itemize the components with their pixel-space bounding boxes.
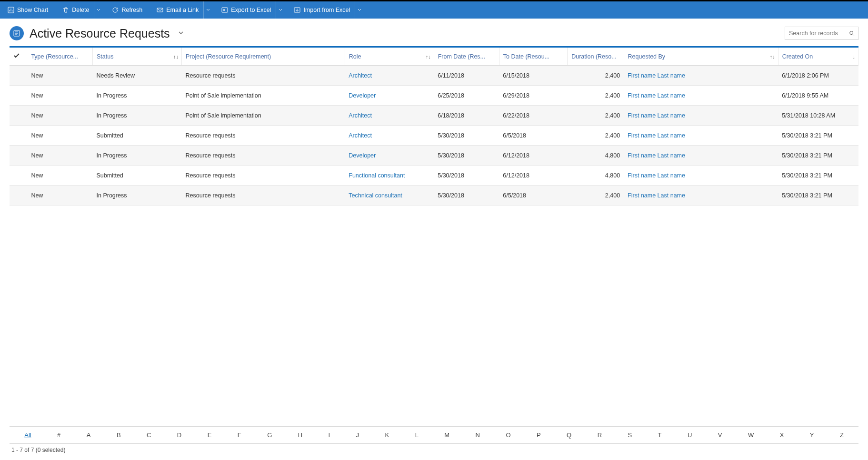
alpha-filter-c[interactable]: C xyxy=(134,431,164,439)
requested-by-link[interactable]: First name Last name xyxy=(628,172,685,179)
table-row[interactable]: NewSubmittedResource requestsArchitect5/… xyxy=(10,126,858,146)
alpha-filter-r[interactable]: R xyxy=(584,431,615,439)
cell-role[interactable]: Developer xyxy=(345,146,434,166)
col-from-label: From Date (Res... xyxy=(438,53,485,60)
cell-role[interactable]: Architect xyxy=(345,66,434,86)
table-row[interactable]: NewIn ProgressPoint of Sale implementati… xyxy=(10,86,858,106)
col-created-on[interactable]: Created On↓ xyxy=(778,48,858,66)
alpha-filter-x[interactable]: X xyxy=(767,431,797,439)
table-row[interactable]: NewSubmittedResource requestsFunctional … xyxy=(10,166,858,186)
export-excel-dropdown[interactable] xyxy=(276,1,284,19)
table-row[interactable]: NewIn ProgressResource requestsDeveloper… xyxy=(10,146,858,166)
col-duration[interactable]: Duration (Reso... xyxy=(568,48,624,66)
requested-by-link[interactable]: First name Last name xyxy=(628,132,685,139)
alpha-filter-g[interactable]: G xyxy=(254,431,285,439)
alpha-filter-w[interactable]: W xyxy=(735,431,767,439)
cell-status: In Progress xyxy=(93,186,182,206)
row-selector[interactable] xyxy=(10,66,27,86)
col-requested-by[interactable]: Requested By↑↓ xyxy=(624,48,778,66)
row-selector[interactable] xyxy=(10,106,27,126)
alpha-filter-h[interactable]: H xyxy=(285,431,316,439)
alpha-filter-s[interactable]: S xyxy=(615,431,645,439)
alpha-filter-i[interactable]: I xyxy=(315,431,343,439)
cell-role[interactable]: Developer xyxy=(345,86,434,106)
cell-role[interactable]: Technical consultant xyxy=(345,186,434,206)
email-link-dropdown[interactable] xyxy=(203,1,212,19)
alpha-filter-n[interactable]: N xyxy=(462,431,493,439)
alpha-filter-l[interactable]: L xyxy=(402,431,431,439)
search-button[interactable] xyxy=(846,28,858,39)
alpha-filter-u[interactable]: U xyxy=(675,431,705,439)
cell-requested-by[interactable]: First name Last name xyxy=(624,166,778,186)
role-link[interactable]: Architect xyxy=(349,132,372,139)
col-project[interactable]: Project (Resource Requirement) xyxy=(181,48,345,66)
alpha-filter-all[interactable]: All xyxy=(11,431,44,439)
alpha-filter-m[interactable]: M xyxy=(431,431,462,439)
alpha-filter-a[interactable]: A xyxy=(74,431,104,439)
export-excel-button[interactable]: Export to Excel xyxy=(217,1,276,19)
cell-role[interactable]: Architect xyxy=(345,106,434,126)
role-link[interactable]: Architect xyxy=(349,112,372,119)
cell-requested-by[interactable]: First name Last name xyxy=(624,126,778,146)
excel-icon xyxy=(221,7,228,13)
role-link[interactable]: Developer xyxy=(349,92,376,99)
status-bar: 1 - 7 of 7 (0 selected) xyxy=(10,443,858,456)
role-link[interactable]: Functional consultant xyxy=(349,172,405,179)
alpha-filter-d[interactable]: D xyxy=(164,431,195,439)
cell-requested-by[interactable]: First name Last name xyxy=(624,86,778,106)
cell-to-date: 6/15/2018 xyxy=(499,66,567,86)
col-status[interactable]: Status↑↓ xyxy=(93,48,182,66)
delete-button[interactable]: Delete xyxy=(58,1,94,19)
role-link[interactable]: Technical consultant xyxy=(349,192,402,199)
cell-to-date: 6/29/2018 xyxy=(499,86,567,106)
cell-role[interactable]: Functional consultant xyxy=(345,166,434,186)
col-from-date[interactable]: From Date (Res... xyxy=(434,48,499,66)
import-excel-dropdown[interactable] xyxy=(355,1,363,19)
alpha-filter-t[interactable]: T xyxy=(645,431,674,439)
chevron-down-icon xyxy=(206,8,210,12)
refresh-button[interactable]: Refresh xyxy=(107,1,147,19)
table-row[interactable]: NewNeeds ReviewResource requestsArchitec… xyxy=(10,66,858,86)
alpha-filter-#[interactable]: # xyxy=(44,431,74,439)
alpha-filter-o[interactable]: O xyxy=(493,431,524,439)
row-selector[interactable] xyxy=(10,126,27,146)
select-all-header[interactable] xyxy=(10,48,27,66)
requested-by-link[interactable]: First name Last name xyxy=(628,192,685,199)
requested-by-link[interactable]: First name Last name xyxy=(628,112,685,119)
alpha-filter-v[interactable]: V xyxy=(705,431,735,439)
requested-by-link[interactable]: First name Last name xyxy=(628,92,685,99)
cell-requested-by[interactable]: First name Last name xyxy=(624,106,778,126)
alpha-filter-b[interactable]: B xyxy=(104,431,134,439)
cell-requested-by[interactable]: First name Last name xyxy=(624,186,778,206)
col-type[interactable]: Type (Resource... xyxy=(27,48,92,66)
table-row[interactable]: NewIn ProgressPoint of Sale implementati… xyxy=(10,106,858,126)
row-selector[interactable] xyxy=(10,86,27,106)
col-role[interactable]: Role↑↓ xyxy=(345,48,434,66)
view-selector-dropdown[interactable] xyxy=(178,29,184,38)
email-link-button[interactable]: Email a Link xyxy=(152,1,203,19)
role-link[interactable]: Developer xyxy=(349,152,376,159)
requested-by-link[interactable]: First name Last name xyxy=(628,152,685,159)
alpha-filter-e[interactable]: E xyxy=(194,431,224,439)
cell-role[interactable]: Architect xyxy=(345,126,434,146)
alpha-filter-p[interactable]: P xyxy=(524,431,554,439)
cell-created-on: 5/30/2018 3:21 PM xyxy=(778,126,858,146)
delete-dropdown[interactable] xyxy=(94,1,102,19)
table-row[interactable]: NewIn ProgressResource requestsTechnical… xyxy=(10,186,858,206)
cell-requested-by[interactable]: First name Last name xyxy=(624,66,778,86)
col-to-date[interactable]: To Date (Resou... xyxy=(499,48,567,66)
row-selector[interactable] xyxy=(10,186,27,206)
alpha-filter-f[interactable]: F xyxy=(225,431,254,439)
import-excel-button[interactable]: Import from Excel xyxy=(289,1,355,19)
alpha-filter-j[interactable]: J xyxy=(343,431,372,439)
alpha-filter-k[interactable]: K xyxy=(372,431,402,439)
role-link[interactable]: Architect xyxy=(349,72,372,79)
alpha-filter-y[interactable]: Y xyxy=(797,431,827,439)
alpha-filter-z[interactable]: Z xyxy=(827,431,857,439)
requested-by-link[interactable]: First name Last name xyxy=(628,72,685,79)
alpha-filter-q[interactable]: Q xyxy=(554,431,585,439)
cell-requested-by[interactable]: First name Last name xyxy=(624,146,778,166)
row-selector[interactable] xyxy=(10,166,27,186)
show-chart-button[interactable]: Show Chart xyxy=(3,1,53,19)
row-selector[interactable] xyxy=(10,146,27,166)
